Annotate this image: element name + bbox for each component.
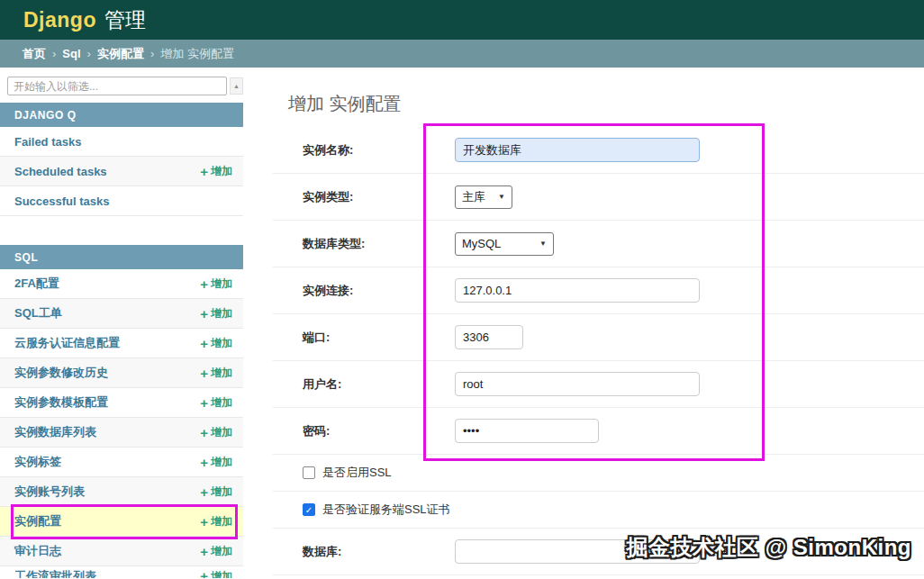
instance-param-history-add-link[interactable]: +增加 bbox=[200, 366, 232, 381]
instance-host-input[interactable] bbox=[455, 278, 700, 303]
form-row-port: 端口: bbox=[273, 314, 924, 361]
breadcrumb-separator: › bbox=[150, 47, 154, 60]
plus-icon: + bbox=[200, 336, 208, 351]
verify-ssl-cert-label: 是否验证服务端SSL证书 bbox=[322, 502, 450, 518]
instance-type-select[interactable]: 主库▼ bbox=[455, 185, 512, 209]
breadcrumb-link[interactable]: 实例配置 bbox=[97, 46, 144, 62]
add-link-label: 增加 bbox=[211, 455, 232, 470]
breadcrumb-link[interactable]: 首页 bbox=[23, 46, 46, 62]
plus-icon: + bbox=[200, 276, 208, 292]
database-type-label: 数据库类型: bbox=[303, 236, 455, 252]
workflow-approval-list-add-link[interactable]: +增加 bbox=[200, 566, 232, 578]
plus-icon: + bbox=[200, 395, 208, 411]
sidebar-module-caption: SQL bbox=[0, 245, 243, 269]
instance-name-input[interactable] bbox=[455, 138, 700, 162]
plus-icon: + bbox=[200, 366, 208, 381]
add-link-label: 增加 bbox=[211, 395, 232, 411]
instance-tag-add-link[interactable]: +增加 bbox=[200, 455, 232, 470]
header: Django 管理 bbox=[0, 0, 924, 40]
audit-log-add-link[interactable]: +增加 bbox=[200, 544, 232, 559]
instance-tag-link[interactable]: 实例标签 bbox=[14, 454, 61, 470]
instance-param-history-link[interactable]: 实例参数修改历史 bbox=[14, 365, 108, 381]
sidebar-module: SQL2FA配置+增加SQL工单+增加云服务认证信息配置+增加实例参数修改历史+… bbox=[0, 245, 243, 578]
port-input[interactable] bbox=[455, 325, 523, 349]
instance-database-list-link[interactable]: 实例数据库列表 bbox=[14, 424, 96, 440]
failed-tasks-link[interactable]: Failed tasks bbox=[14, 135, 81, 149]
form-row-enable-ssl: 是否启用SSL bbox=[273, 455, 924, 492]
form-row-verify-ssl-cert: ✓是否验证服务端SSL证书 bbox=[273, 492, 924, 529]
sql-workflow-add-link[interactable]: +增加 bbox=[200, 306, 232, 321]
instance-account-list-link[interactable]: 实例账号列表 bbox=[14, 484, 85, 500]
plus-icon: + bbox=[200, 544, 208, 559]
scrollbar-up-icon[interactable]: ▲ bbox=[230, 77, 243, 95]
sidebar-item-instance-param-template: 实例参数模板配置+增加 bbox=[0, 388, 243, 418]
breadcrumb-link[interactable]: Sql bbox=[62, 47, 80, 60]
plus-icon: + bbox=[200, 514, 208, 529]
successful-tasks-link[interactable]: Successful tasks bbox=[14, 195, 110, 208]
instance-type-selected-value: 主库 bbox=[462, 189, 485, 205]
chevron-down-icon: ▼ bbox=[539, 240, 547, 248]
sidebar-filter-input[interactable] bbox=[7, 77, 227, 95]
plus-icon: + bbox=[200, 306, 208, 321]
chevron-down-icon: ▼ bbox=[498, 193, 505, 201]
port-label: 端口: bbox=[303, 330, 455, 346]
form-row-password: 密码: bbox=[273, 408, 924, 455]
add-link-label: 增加 bbox=[211, 164, 232, 179]
sidebar-module-caption: DJANGO Q bbox=[0, 103, 243, 127]
sidebar-item-successful-tasks: Successful tasks bbox=[0, 186, 243, 216]
instance-config-link[interactable]: 实例配置 bbox=[14, 513, 61, 529]
sidebar-item-scheduled-tasks: Scheduled tasks+增加 bbox=[0, 157, 243, 186]
add-link-label: 增加 bbox=[211, 425, 232, 440]
verify-ssl-cert-checkbox[interactable]: ✓ bbox=[303, 503, 315, 516]
add-link-label: 增加 bbox=[211, 544, 232, 559]
scheduled-tasks-link[interactable]: Scheduled tasks bbox=[14, 165, 107, 178]
form-row-database-type: 数据库类型:MySQL▼ bbox=[273, 221, 924, 267]
instance-host-label: 实例连接: bbox=[303, 283, 455, 299]
cloud-auth-config-link[interactable]: 云服务认证信息配置 bbox=[14, 335, 120, 351]
sidebar-item-sql-workflow: SQL工单+增加 bbox=[0, 299, 243, 329]
breadcrumb-current: 增加 实例配置 bbox=[160, 46, 234, 62]
sidebar-item-2fa-config: 2FA配置+增加 bbox=[0, 269, 243, 299]
sql-workflow-link[interactable]: SQL工单 bbox=[14, 305, 62, 321]
cloud-auth-config-add-link[interactable]: +增加 bbox=[200, 336, 232, 351]
brand-name[interactable]: Django bbox=[23, 8, 96, 32]
add-instance-form: 实例名称:实例类型:主库▼数据库类型:MySQL▼实例连接:端口:用户名:密码:… bbox=[243, 127, 924, 575]
scheduled-tasks-add-link[interactable]: +增加 bbox=[200, 164, 232, 179]
instance-name-label: 实例名称: bbox=[303, 142, 455, 158]
plus-icon: + bbox=[200, 566, 208, 578]
sidebar-item-failed-tasks: Failed tasks bbox=[0, 127, 243, 157]
database-type-select[interactable]: MySQL▼ bbox=[455, 232, 554, 256]
sidebar-item-audit-log: 审计日志+增加 bbox=[0, 537, 243, 566]
instance-param-template-link[interactable]: 实例参数模板配置 bbox=[14, 394, 108, 411]
sidebar-item-instance-config: 实例配置+增加 bbox=[0, 507, 243, 537]
django-admin-page: Django 管理 首页›Sql›实例配置›增加 实例配置 ▲ DJANGO Q… bbox=[0, 0, 924, 579]
add-link-label: 增加 bbox=[211, 336, 232, 351]
instance-account-list-add-link[interactable]: +增加 bbox=[200, 484, 232, 500]
workflow-approval-list-link[interactable]: 工作流审批列表 bbox=[14, 566, 96, 578]
instance-config-add-link[interactable]: +增加 bbox=[200, 514, 232, 529]
sidebar-item-instance-tag: 实例标签+增加 bbox=[0, 448, 243, 477]
username-input[interactable] bbox=[455, 372, 700, 396]
password-input[interactable] bbox=[455, 419, 599, 443]
password-label: 密码: bbox=[303, 423, 455, 439]
form-row-instance-type: 实例类型:主库▼ bbox=[273, 174, 924, 221]
database-label: 数据库: bbox=[303, 544, 455, 560]
add-link-label: 增加 bbox=[211, 514, 232, 529]
sidebar-item-cloud-auth-config: 云服务认证信息配置+增加 bbox=[0, 329, 243, 358]
sidebar-item-workflow-approval-list: 工作流审批列表+增加 bbox=[0, 566, 243, 578]
enable-ssl-checkbox[interactable] bbox=[303, 466, 315, 479]
plus-icon: + bbox=[200, 484, 208, 500]
main-content: 增加 实例配置 实例名称:实例类型:主库▼数据库类型:MySQL▼实例连接:端口… bbox=[243, 68, 924, 579]
form-row-username: 用户名: bbox=[273, 361, 924, 408]
instance-param-template-add-link[interactable]: +增加 bbox=[200, 395, 232, 411]
site-title[interactable]: 管理 bbox=[104, 6, 146, 34]
sidebar-filter-row: ▲ bbox=[0, 77, 243, 95]
instance-database-list-add-link[interactable]: +增加 bbox=[200, 425, 232, 440]
plus-icon: + bbox=[200, 164, 208, 179]
2fa-config-link[interactable]: 2FA配置 bbox=[14, 276, 59, 292]
add-link-label: 增加 bbox=[211, 276, 232, 292]
breadcrumb-separator: › bbox=[87, 47, 91, 60]
username-label: 用户名: bbox=[303, 376, 455, 393]
2fa-config-add-link[interactable]: +增加 bbox=[200, 276, 232, 292]
audit-log-link[interactable]: 审计日志 bbox=[14, 543, 61, 559]
